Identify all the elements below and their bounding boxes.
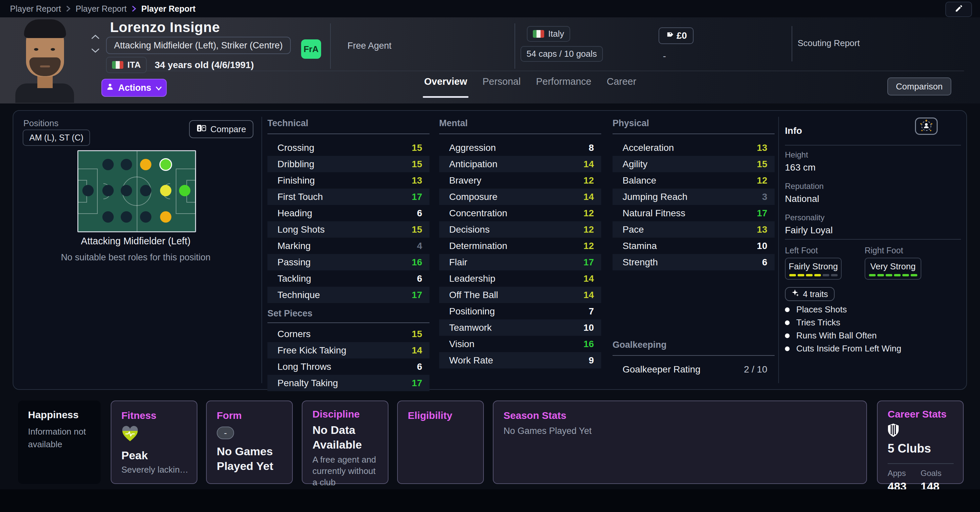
divider bbox=[330, 23, 331, 69]
attribute-row[interactable]: Crossing15 bbox=[267, 139, 430, 156]
attribute-row[interactable]: Dribbling15 bbox=[267, 156, 430, 172]
attribute-row[interactable]: Pace13 bbox=[612, 221, 775, 238]
attribute-value: 17 bbox=[584, 257, 594, 268]
position-dot-competent[interactable] bbox=[140, 159, 151, 170]
position-dot-none[interactable] bbox=[102, 211, 114, 223]
tab-performance[interactable]: Performance bbox=[536, 76, 591, 93]
sparkle-icon bbox=[792, 289, 800, 299]
attribute-name: Decisions bbox=[449, 224, 490, 235]
position-dot-accomplished[interactable] bbox=[160, 185, 172, 196]
player-nav-arrows bbox=[91, 34, 100, 55]
discipline-headline: No Data Available bbox=[312, 423, 369, 452]
attribute-row[interactable]: Jumping Reach3 bbox=[612, 188, 775, 205]
apps-label: Apps bbox=[888, 469, 907, 478]
position-dot-none[interactable] bbox=[82, 185, 94, 196]
compare-button[interactable]: Compare bbox=[189, 120, 253, 138]
attribute-row[interactable]: Flair17 bbox=[439, 254, 601, 270]
tab-personal[interactable]: Personal bbox=[482, 76, 520, 93]
attribute-row[interactable]: Vision16 bbox=[439, 336, 601, 352]
position-dot-natural[interactable] bbox=[179, 185, 190, 196]
chevron-right-icon bbox=[66, 5, 71, 13]
chevron-down-icon[interactable] bbox=[91, 48, 100, 55]
actions-button[interactable]: Actions bbox=[101, 79, 167, 97]
attribute-row[interactable]: Off The Ball14 bbox=[439, 287, 601, 303]
scout-report-button[interactable] bbox=[915, 118, 938, 135]
attribute-row[interactable]: Penalty Taking17 bbox=[267, 375, 430, 391]
card-title: Happiness bbox=[28, 409, 91, 421]
attribute-row[interactable]: Composure14 bbox=[439, 188, 601, 205]
position-dot-none[interactable] bbox=[102, 185, 114, 196]
attribute-row[interactable]: Leadership14 bbox=[439, 270, 601, 287]
attribute-row[interactable]: Stamina10 bbox=[612, 238, 775, 254]
attribute-row[interactable]: Heading6 bbox=[267, 205, 430, 221]
position-dot-none[interactable] bbox=[121, 211, 132, 223]
nationality-code: ITA bbox=[127, 60, 141, 70]
attribute-name: Marking bbox=[277, 241, 311, 251]
attribute-row[interactable]: Aggression8 bbox=[439, 139, 601, 156]
chevron-right-icon bbox=[131, 5, 137, 13]
edit-button[interactable] bbox=[945, 2, 972, 17]
attribute-row[interactable]: Agility15 bbox=[612, 156, 775, 172]
attribute-row[interactable]: Balance12 bbox=[612, 172, 775, 188]
goalkeeper-rating-value: 2 / 10 bbox=[744, 364, 767, 375]
attribute-row[interactable]: Passing16 bbox=[267, 254, 430, 270]
position-dot-competent[interactable] bbox=[160, 211, 172, 223]
strength-segment bbox=[902, 274, 909, 276]
attribute-row[interactable]: Natural Fitness17 bbox=[612, 205, 775, 221]
attribute-name: First Touch bbox=[277, 191, 323, 202]
right-foot-strength-bar bbox=[865, 274, 921, 276]
attribute-row[interactable]: Teamwork10 bbox=[439, 319, 601, 336]
position-dot-none[interactable] bbox=[140, 211, 151, 223]
attribute-row[interactable]: Free Kick Taking14 bbox=[267, 342, 430, 359]
tab-overview[interactable]: Overview bbox=[424, 76, 467, 93]
attribute-name: Stamina bbox=[622, 241, 657, 251]
attribute-row[interactable]: Bravery12 bbox=[439, 172, 601, 188]
position-dot-selected[interactable] bbox=[159, 158, 172, 171]
position-dot-none[interactable] bbox=[102, 159, 114, 170]
attribute-row[interactable]: Corners15 bbox=[267, 326, 430, 342]
traits-button[interactable]: 4 traits bbox=[785, 287, 835, 301]
attribute-row[interactable]: Anticipation14 bbox=[439, 156, 601, 172]
attribute-row[interactable]: Technique17 bbox=[267, 287, 430, 303]
card-title: Discipline bbox=[312, 408, 378, 420]
transfer-value-pill: £0 bbox=[659, 27, 694, 44]
attribute-row[interactable]: Long Shots15 bbox=[267, 221, 430, 238]
attribute-row[interactable]: Acceleration13 bbox=[612, 139, 775, 156]
attribute-row[interactable]: Concentration12 bbox=[439, 205, 601, 221]
strength-segment bbox=[798, 274, 804, 276]
section-title: Physical bbox=[612, 118, 775, 129]
attribute-row[interactable]: Finishing13 bbox=[267, 172, 430, 188]
attribute-row[interactable]: Long Throws6 bbox=[267, 359, 430, 375]
attribute-row[interactable]: First Touch17 bbox=[267, 188, 430, 205]
player-report-screen: Player Report Player Report Player Repor… bbox=[0, 0, 980, 512]
attribute-value: 9 bbox=[589, 355, 594, 366]
comparison-button[interactable]: Comparison bbox=[887, 77, 951, 96]
attribute-name: Composure bbox=[449, 191, 498, 202]
attribute-row[interactable]: Determination12 bbox=[439, 238, 601, 254]
position-dot-none[interactable] bbox=[121, 185, 132, 196]
breadcrumb-item[interactable]: Player Report bbox=[76, 4, 127, 14]
trait-item: Runs With Ball Often bbox=[785, 329, 901, 342]
attribute-value: 17 bbox=[412, 290, 422, 300]
attribute-row[interactable]: Positioning7 bbox=[439, 303, 601, 319]
attribute-value: 10 bbox=[584, 322, 594, 333]
attribute-value: 17 bbox=[757, 208, 767, 219]
positions-short-pill[interactable]: AM (L), ST (C) bbox=[23, 129, 90, 146]
position-dot-none[interactable] bbox=[121, 159, 132, 170]
caps-pill: 54 caps / 10 goals bbox=[520, 46, 603, 62]
attribute-row[interactable]: Work Rate9 bbox=[439, 352, 601, 368]
position-dot-none[interactable] bbox=[140, 185, 151, 196]
technical-column: Technical Crossing15Dribbling15Finishing… bbox=[267, 118, 430, 391]
player-name: Lorenzo Insigne bbox=[110, 19, 220, 35]
attribute-row[interactable]: Tackling6 bbox=[267, 270, 430, 287]
attribute-row[interactable]: Strength6 bbox=[612, 254, 775, 270]
chevron-up-icon[interactable] bbox=[91, 34, 100, 41]
attribute-value: 13 bbox=[412, 175, 422, 186]
attribute-row[interactable]: Marking4 bbox=[267, 238, 430, 254]
attribute-value: 8 bbox=[589, 142, 594, 153]
attribute-row[interactable]: Decisions12 bbox=[439, 221, 601, 238]
strength-segment bbox=[869, 274, 876, 276]
tab-career[interactable]: Career bbox=[606, 76, 636, 93]
breadcrumb-item[interactable]: Player Report bbox=[10, 4, 61, 14]
attribute-value: 4 bbox=[417, 241, 422, 251]
